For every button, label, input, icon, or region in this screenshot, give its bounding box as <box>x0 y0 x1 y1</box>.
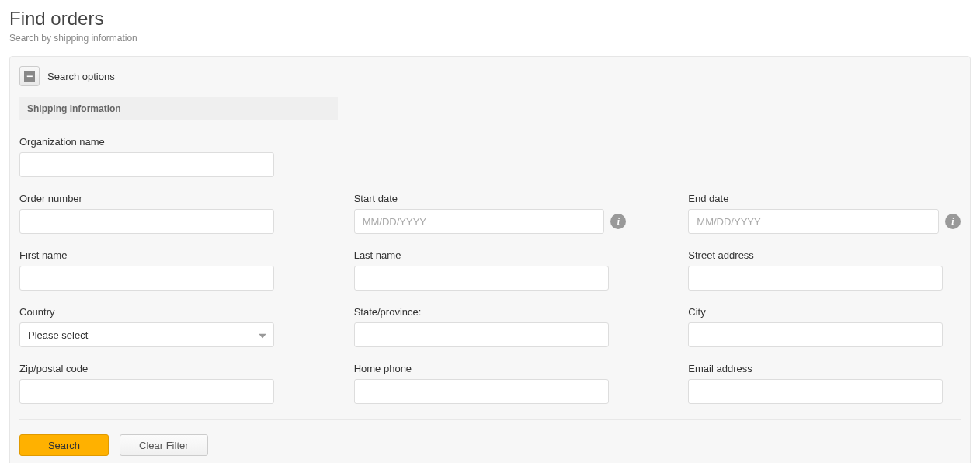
field-order-number: Order number <box>19 193 292 234</box>
search-options-label: Search options <box>47 71 115 82</box>
button-row: Search Clear Filter <box>19 434 961 456</box>
field-street-address: Street address <box>688 249 961 291</box>
last-name-input[interactable] <box>354 266 609 291</box>
zip-input[interactable] <box>19 379 274 404</box>
first-name-input[interactable] <box>19 266 274 291</box>
organization-name-input[interactable] <box>19 152 274 177</box>
start-date-input[interactable] <box>354 209 605 234</box>
email-label: Email address <box>688 363 961 374</box>
info-icon[interactable]: i <box>610 214 626 229</box>
field-first-name: First name <box>19 249 292 291</box>
field-city: City <box>688 306 961 347</box>
info-icon[interactable]: i <box>945 214 961 229</box>
field-country: Country Please select <box>19 306 292 347</box>
state-province-input[interactable] <box>354 322 609 347</box>
field-home-phone: Home phone <box>354 363 627 404</box>
minus-icon: − <box>24 71 35 82</box>
page-title: Find orders <box>9 8 971 30</box>
country-select[interactable]: Please select <box>19 322 274 347</box>
field-zip: Zip/postal code <box>19 363 292 404</box>
home-phone-label: Home phone <box>354 363 627 374</box>
field-start-date: Start date i <box>354 193 627 234</box>
street-address-label: Street address <box>688 249 961 261</box>
search-panel: − Search options Shipping information Or… <box>9 56 971 463</box>
city-input[interactable] <box>688 322 943 347</box>
divider <box>19 419 961 420</box>
clear-filter-button[interactable]: Clear Filter <box>120 434 208 456</box>
field-state-province: State/province: <box>354 306 627 347</box>
home-phone-input[interactable] <box>354 379 609 404</box>
state-province-label: State/province: <box>354 306 627 318</box>
street-address-input[interactable] <box>688 266 943 291</box>
field-email: Email address <box>688 363 961 404</box>
search-options-header: − Search options <box>19 66 961 86</box>
end-date-input[interactable] <box>688 209 939 234</box>
organization-name-label: Organization name <box>19 136 292 148</box>
city-label: City <box>688 306 961 318</box>
email-input[interactable] <box>688 379 943 404</box>
first-name-label: First name <box>19 249 292 261</box>
tab-shipping-information[interactable]: Shipping information <box>19 97 338 120</box>
country-label: Country <box>19 306 292 318</box>
form-grid: Organization name Order number Start dat… <box>19 136 961 404</box>
field-last-name: Last name <box>354 249 627 291</box>
tab-row: Shipping information <box>19 97 961 120</box>
field-organization-name: Organization name <box>19 136 292 177</box>
zip-label: Zip/postal code <box>19 363 292 374</box>
order-number-input[interactable] <box>19 209 274 234</box>
order-number-label: Order number <box>19 193 292 204</box>
start-date-label: Start date <box>354 193 627 204</box>
page-subtitle: Search by shipping information <box>9 33 971 44</box>
last-name-label: Last name <box>354 249 627 261</box>
end-date-label: End date <box>688 193 961 204</box>
collapse-toggle-button[interactable]: − <box>19 66 40 86</box>
search-button[interactable]: Search <box>19 434 109 456</box>
field-end-date: End date i <box>688 193 961 234</box>
